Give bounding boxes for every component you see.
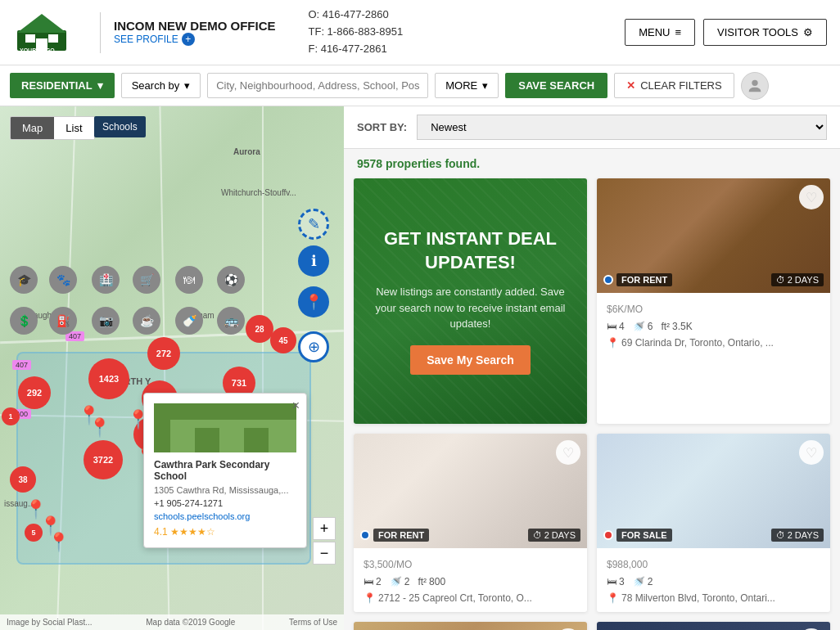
listing-image-4: ♡: [354, 622, 587, 630]
school-building-illustration: [154, 403, 296, 452]
schools-label[interactable]: Schools: [94, 116, 146, 137]
popup-school-rating: 4.1 ★★★★☆: [154, 526, 296, 538]
listing-type-3: FOR SALE: [616, 529, 672, 542]
cluster-3722[interactable]: 3722: [84, 440, 123, 479]
school-icon-10[interactable]: ☕: [133, 307, 160, 335]
listing-info-2: $3,500/MO 🛏 2 🚿 2 ft² 800 📍2712 - 25 Cap…: [354, 548, 587, 612]
contact-info: O: 416-477-2860 TF: 1-866-883-8951 F: 41…: [309, 7, 404, 57]
popup-close-button[interactable]: ×: [292, 398, 300, 413]
info-button[interactable]: ℹ: [298, 245, 329, 277]
status-dot-red-3: [603, 530, 613, 540]
fax-number: F: 416-477-2861: [309, 41, 404, 58]
search-input[interactable]: [207, 73, 428, 98]
favorite-button-1[interactable]: ♡: [799, 185, 824, 209]
crosshair-button[interactable]: ⊕: [298, 331, 329, 362]
school-icon-4[interactable]: 🛒: [133, 266, 160, 294]
logo-area: YOUR LOGO: [13, 10, 70, 55]
map-background: Aurora Whitchurch-Stouffv... Vaughan Mar…: [0, 106, 344, 630]
visitor-tools-button[interactable]: VISITOR TOOLS ⚙: [703, 19, 827, 46]
map-pin-10[interactable]: 📍: [47, 532, 70, 553]
map-footer: Image by Social Plast... Map data ©2019 …: [0, 614, 344, 630]
school-icon-6[interactable]: ⚽: [217, 266, 245, 294]
school-icon-1[interactable]: 🎓: [10, 266, 38, 294]
chevron-down-icon: ▾: [97, 79, 103, 92]
header-divider: [100, 12, 101, 53]
promo-description: New listings are constantly added. Save …: [367, 284, 574, 332]
cluster-45[interactable]: 45: [270, 327, 296, 353]
svg-rect-9: [195, 428, 219, 452]
list-view-button[interactable]: List: [54, 117, 93, 139]
map-panel: Aurora Whitchurch-Stouffv... Vaughan Mar…: [0, 106, 344, 630]
draw-button[interactable]: ✎: [298, 209, 329, 240]
clear-filters-button[interactable]: ✕ CLEAR FILTERS: [614, 73, 734, 98]
see-profile-link[interactable]: SEE PROFILE +: [114, 33, 276, 46]
listing-type-2: FOR RENT: [373, 529, 429, 542]
svg-marker-1: [17, 14, 66, 33]
tollfree-phone: TF: 1-866-883-8951: [309, 24, 404, 41]
save-my-search-button[interactable]: Save My Search: [410, 345, 531, 375]
svg-point-6: [752, 79, 757, 85]
zoom-out-button[interactable]: −: [313, 542, 336, 565]
listing-badge-3: FOR SALE: [603, 529, 672, 542]
listing-card-2[interactable]: ♡ FOR RENT ⏱ 2 DAYS $3,500/MO 🛏: [354, 434, 587, 612]
map-pin-2[interactable]: 📍: [88, 417, 111, 439]
school-icon-9[interactable]: 📷: [92, 307, 120, 335]
listing-address-1: 📍69 Clarinda Dr, Toronto, Ontario, ...: [607, 337, 820, 349]
listings-panel: SORT BY: Newest Oldest Price: Low to Hig…: [344, 106, 840, 630]
school-icon-11[interactable]: 🍼: [175, 307, 203, 335]
listing-details-2: 🛏 2 🚿 2 ft² 800: [364, 576, 577, 587]
popup-school-link[interactable]: schools.peelschools.org: [154, 511, 296, 521]
listing-details-1: 🛏 4 🚿 6 ft² 3.5K: [607, 321, 820, 332]
search-by-button[interactable]: Search by ▾: [121, 73, 201, 98]
status-dot-blue-1: [603, 275, 613, 285]
school-icon-2[interactable]: 🐾: [49, 266, 77, 294]
school-icon-7[interactable]: 💲: [10, 307, 38, 335]
listing-card-3[interactable]: ♡ FOR SALE ⏱ 2 DAYS $988,000 🛏: [597, 434, 830, 612]
search-by-chevron-icon: ▾: [184, 79, 190, 92]
residential-button[interactable]: RESIDENTIAL ▾: [10, 73, 115, 98]
more-chevron-icon: ▾: [482, 79, 488, 92]
cluster-38[interactable]: 38: [10, 466, 36, 493]
school-icon-5[interactable]: 🍽: [175, 266, 203, 294]
listing-card-5[interactable]: ♡: [597, 622, 830, 630]
listing-card-1[interactable]: ♡ FOR RENT ⏱ 2 DAYS $6K/MO 🛏 4: [597, 178, 830, 424]
popup-school-image: [154, 403, 296, 452]
promo-card[interactable]: GET INSTANT DEAL UPDATES! New listings a…: [354, 178, 587, 424]
cluster-272[interactable]: 272: [147, 337, 180, 370]
listing-price-2: $3,500/MO: [364, 556, 577, 571]
school-icon-3[interactable]: 🏥: [92, 266, 120, 294]
zoom-in-button[interactable]: +: [313, 517, 336, 540]
map-terms-link[interactable]: Terms of Use: [289, 618, 337, 627]
map-zoom-controls: + −: [313, 517, 336, 565]
favorite-button-2[interactable]: ♡: [556, 440, 580, 465]
cluster-1423[interactable]: 1423: [88, 358, 129, 399]
baths-3: 🚿 2: [633, 576, 653, 587]
listing-info-3: $988,000 🛏 3 🚿 2 📍78 Milverton Blvd, Tor…: [597, 548, 830, 612]
map-view-button[interactable]: Map: [11, 117, 54, 139]
clear-filters-label: CLEAR FILTERS: [640, 79, 721, 92]
user-avatar[interactable]: [741, 72, 769, 100]
location-button[interactable]: 📍: [298, 286, 329, 317]
listing-card-4[interactable]: ♡: [354, 622, 587, 630]
listing-details-3: 🛏 3 🚿 2: [607, 576, 820, 587]
school-icon-12[interactable]: 🚌: [217, 307, 245, 335]
school-icon-8[interactable]: ⛽: [49, 307, 77, 335]
header: YOUR LOGO INCOM NEW DEMO OFFICE SEE PROF…: [0, 0, 840, 65]
sort-by-label: SORT BY:: [357, 121, 407, 133]
promo-title: GET INSTANT DEAL UPDATES!: [367, 227, 574, 274]
beds-3: 🛏 3: [607, 576, 625, 587]
save-search-button[interactable]: SAVE SEARCH: [505, 73, 607, 98]
cluster-292[interactable]: 292: [18, 376, 51, 409]
cluster-1[interactable]: 1: [2, 407, 20, 425]
office-info: INCOM NEW DEMO OFFICE SEE PROFILE +: [114, 19, 276, 46]
listing-address-2: 📍2712 - 25 Capreol Crt, Toronto, O...: [364, 592, 577, 604]
header-right: MENU ≡ VISITOR TOOLS ⚙: [625, 19, 827, 46]
sqft-1: ft² 3.5K: [661, 321, 692, 332]
favorite-button-3[interactable]: ♡: [799, 440, 824, 465]
sort-select[interactable]: Newest Oldest Price: Low to High Price: …: [417, 115, 827, 140]
svg-rect-2: [25, 34, 35, 43]
menu-button[interactable]: MENU ≡: [625, 19, 695, 46]
listing-type-1: FOR RENT: [616, 273, 672, 286]
cluster-28[interactable]: 28: [246, 315, 273, 343]
more-button[interactable]: MORE ▾: [435, 73, 499, 98]
